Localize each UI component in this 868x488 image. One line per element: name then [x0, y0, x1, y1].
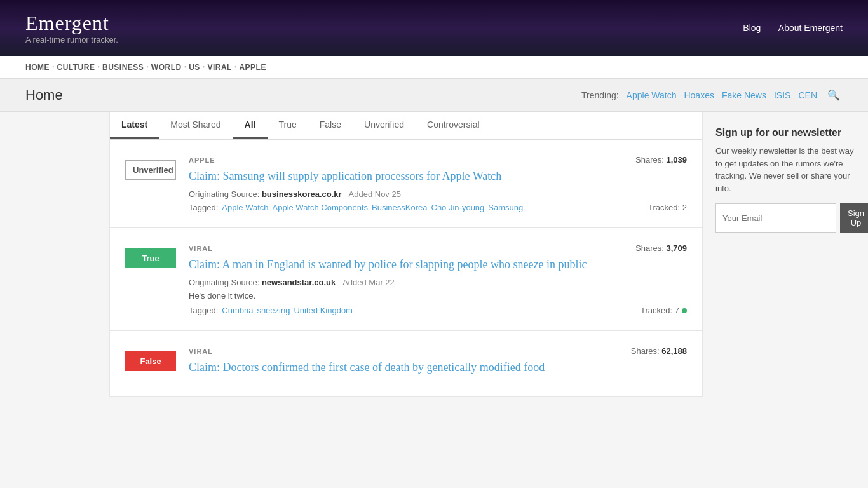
trending-item[interactable]: ISIS: [774, 90, 790, 100]
nav-about[interactable]: About Emergent: [778, 23, 843, 33]
newsletter-description: Our weekly newsletter is the best way to…: [715, 145, 855, 194]
tag-item[interactable]: Apple Watch: [222, 203, 268, 212]
article-category: VIRAL: [189, 348, 213, 355]
nav-item-viral[interactable]: VIRAL: [207, 63, 232, 72]
main-nav: HOME•CULTURE•BUSINESS•WORLD•US•VIRAL•APP…: [0, 56, 868, 79]
tag-item[interactable]: Apple Watch Components: [273, 203, 369, 212]
article-category: APPLE: [189, 156, 215, 164]
nav-item-home[interactable]: HOME: [25, 63, 50, 72]
article-excerpt: He's done it twice.: [189, 291, 687, 301]
status-badge: Unverified: [125, 160, 176, 180]
article-shares: Shares: 62,188: [631, 346, 687, 356]
article-shares: Shares: 1,039: [635, 155, 687, 165]
status-badge: True: [125, 248, 176, 268]
tracked-info: Tracked: 7: [641, 306, 687, 315]
header: Emergent A real-time rumor tracker. Blog…: [0, 0, 868, 56]
tag-item[interactable]: United Kingdom: [294, 306, 353, 315]
trending-item[interactable]: CEN: [798, 90, 817, 100]
nav-dot: •: [203, 64, 205, 71]
left-sidebar: [0, 112, 109, 397]
tagged-label: Tagged:: [189, 203, 218, 212]
signup-button[interactable]: Sign Up: [840, 203, 868, 233]
nav-dot: •: [234, 64, 237, 71]
tag-item[interactable]: Samsung: [488, 203, 523, 212]
logo: Emergent A real-time rumor tracker.: [25, 11, 118, 44]
nav-dot: •: [52, 64, 55, 71]
tab-true[interactable]: True: [268, 112, 308, 139]
badge-column: Unverified: [125, 155, 176, 180]
tabs-row: Latest Most Shared All True False Unveri…: [110, 112, 702, 140]
header-nav: Blog About Emergent: [728, 23, 843, 34]
nav-item-apple[interactable]: APPLE: [239, 63, 266, 72]
site-subtitle: A real-time rumor tracker.: [25, 35, 118, 44]
email-field[interactable]: [715, 203, 836, 233]
tags-left: Tagged:Apple WatchApple Watch Components…: [189, 203, 523, 212]
nav-dot: •: [97, 64, 100, 71]
tracked-dot: [682, 308, 687, 313]
article-card: TrueVIRALShares: 3,709Claim: A man in En…: [110, 228, 702, 331]
article-shares: Shares: 3,709: [635, 243, 687, 253]
site-title: Emergent: [25, 11, 118, 35]
tag-item[interactable]: sneezing: [257, 306, 290, 315]
trending-item[interactable]: Fake News: [722, 90, 766, 100]
tab-false[interactable]: False: [308, 112, 353, 139]
tab-latest[interactable]: Latest: [110, 112, 159, 139]
source-link[interactable]: newsandstar.co.uk: [262, 278, 336, 287]
tab-unverified[interactable]: Unverified: [353, 112, 416, 139]
search-icon[interactable]: 🔍: [825, 86, 843, 104]
nav-dot: •: [184, 64, 187, 71]
nav-item-business[interactable]: BUSINESS: [102, 63, 144, 72]
tags-left: Tagged:CumbriasneezingUnited Kingdom: [189, 306, 353, 315]
tab-group-main: Latest Most Shared: [110, 112, 233, 139]
badge-column: True: [125, 243, 176, 268]
article-title[interactable]: Claim: A man in England is wanted by pol…: [189, 257, 687, 273]
nav-item-us[interactable]: US: [189, 63, 200, 72]
article-tags-row: Tagged:Apple WatchApple Watch Components…: [189, 203, 687, 212]
article-title[interactable]: Claim: Doctors confirmed the first case …: [189, 360, 687, 376]
added-date: Added Mar 22: [341, 278, 395, 287]
added-date: Added Nov 25: [347, 189, 401, 199]
trending-bar: Trending: Apple WatchHoaxesFake NewsISIS…: [581, 86, 843, 104]
content-area: Latest Most Shared All True False Unveri…: [109, 112, 703, 397]
tab-all[interactable]: All: [233, 112, 268, 139]
article-body: VIRALShares: 62,188Claim: Doctors confir…: [189, 346, 687, 381]
source-link[interactable]: businesskorea.co.kr: [262, 189, 342, 199]
tag-item[interactable]: BusinessKorea: [372, 203, 427, 212]
right-sidebar: Sign up for our newsletter Our weekly ne…: [703, 112, 868, 397]
nav-dot: •: [146, 64, 149, 71]
article-source: Originating Source: newsandstar.co.uk Ad…: [189, 278, 687, 287]
tab-most-shared[interactable]: Most Shared: [159, 112, 232, 139]
article-meta-top: APPLEShares: 1,039: [189, 155, 687, 165]
tagged-label: Tagged:: [189, 306, 218, 315]
main-layout: Latest Most Shared All True False Unveri…: [0, 112, 868, 397]
tag-item[interactable]: Cho Jin-young: [431, 203, 485, 212]
article-card: FalseVIRALShares: 62,188Claim: Doctors c…: [110, 331, 702, 396]
article-category: VIRAL: [189, 245, 213, 252]
nav-blog[interactable]: Blog: [743, 23, 761, 33]
articles-list: UnverifiedAPPLEShares: 1,039Claim: Samsu…: [110, 140, 702, 397]
nav-item-world[interactable]: WORLD: [151, 63, 182, 72]
article-tags-row: Tagged:CumbriasneezingUnited KingdomTrac…: [189, 306, 687, 315]
trending-label: Trending:: [581, 90, 619, 100]
article-body: VIRALShares: 3,709Claim: A man in Englan…: [189, 243, 687, 315]
trending-item[interactable]: Hoaxes: [684, 90, 714, 100]
trending-item[interactable]: Apple Watch: [627, 90, 677, 100]
newsletter-title: Sign up for our newsletter: [715, 127, 855, 139]
badge-column: False: [125, 346, 176, 371]
tab-controversial[interactable]: Controversial: [416, 112, 491, 139]
tab-group-filter: All True False Unverified Controversial: [233, 112, 491, 139]
tracked-info: Tracked: 2: [648, 203, 687, 212]
article-source: Originating Source: businesskorea.co.kr …: [189, 189, 687, 199]
newsletter-form: Sign Up: [715, 203, 855, 233]
nav-item-culture[interactable]: CULTURE: [57, 63, 95, 72]
page-title: Home: [25, 87, 63, 104]
tag-item[interactable]: Cumbria: [222, 306, 253, 315]
article-title[interactable]: Claim: Samsung will supply application p…: [189, 168, 687, 184]
article-meta-top: VIRALShares: 62,188: [189, 346, 687, 356]
article-card: UnverifiedAPPLEShares: 1,039Claim: Samsu…: [110, 140, 702, 228]
subheader: Home Trending: Apple WatchHoaxesFake New…: [0, 79, 868, 112]
status-badge: False: [125, 351, 176, 371]
article-meta-top: VIRALShares: 3,709: [189, 243, 687, 253]
article-body: APPLEShares: 1,039Claim: Samsung will su…: [189, 155, 687, 212]
